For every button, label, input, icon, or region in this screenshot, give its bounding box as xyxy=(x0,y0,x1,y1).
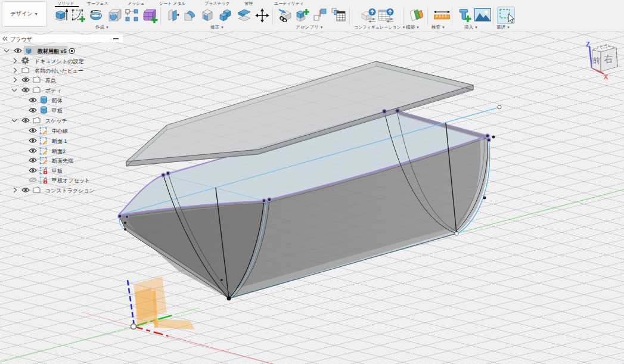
svg-text:右: 右 xyxy=(603,53,613,64)
svg-text:X: X xyxy=(604,73,609,80)
svg-text:前: 前 xyxy=(592,56,600,65)
